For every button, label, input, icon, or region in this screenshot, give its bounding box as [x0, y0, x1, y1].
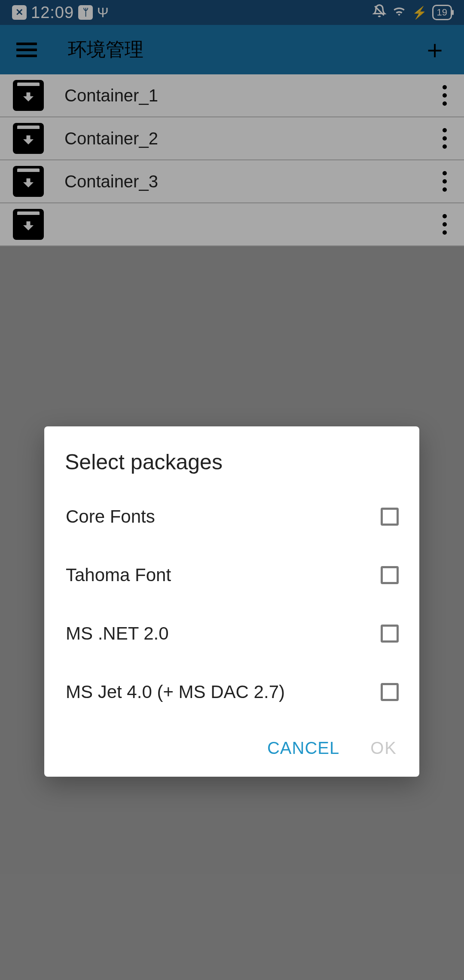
checkbox[interactable] [381, 683, 399, 701]
package-label: MS Jet 4.0 (+ MS DAC 2.7) [57, 682, 372, 702]
package-option[interactable]: Core Fonts [44, 487, 419, 546]
ok-button[interactable]: OK [370, 738, 397, 758]
package-label: Tahoma Font [57, 565, 372, 585]
package-option[interactable]: MS .NET 2.0 [44, 604, 419, 663]
package-label: MS .NET 2.0 [57, 623, 372, 644]
checkbox[interactable] [381, 508, 399, 526]
package-option[interactable]: MS Jet 4.0 (+ MS DAC 2.7) [44, 663, 419, 721]
checkbox[interactable] [381, 566, 399, 584]
select-packages-dialog: Select packages Core Fonts Tahoma Font M… [44, 426, 419, 777]
checkbox[interactable] [381, 625, 399, 643]
package-label: Core Fonts [57, 506, 372, 527]
dialog-title: Select packages [44, 450, 419, 487]
cancel-button[interactable]: CANCEL [267, 738, 339, 758]
package-option[interactable]: Tahoma Font [44, 546, 419, 604]
